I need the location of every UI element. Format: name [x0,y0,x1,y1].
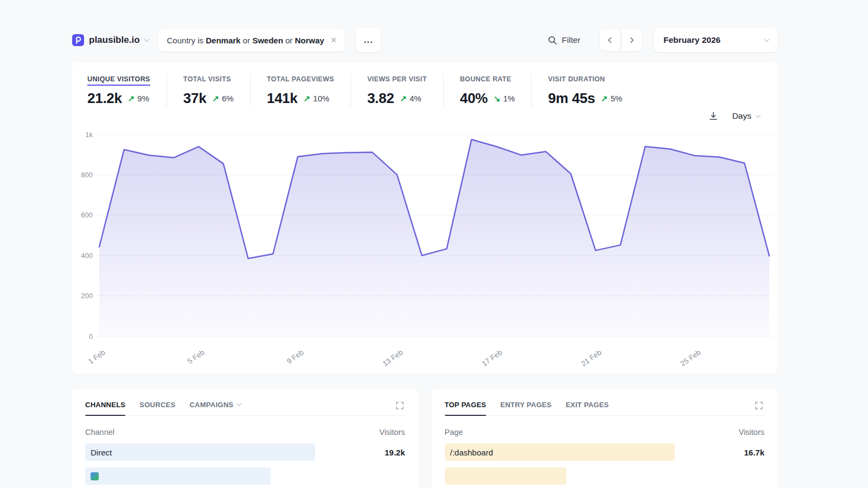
metric-label: TOTAL VISITS [183,75,231,86]
row-bar [85,467,271,485]
channels-card: CHANNELSSOURCESCAMPAIGNS Channel Visitor… [72,389,418,488]
tab-top-pages[interactable]: TOP PAGES [445,401,487,415]
site-name: plausible.io [89,35,140,46]
metric-value-row: 3.82↗4% [367,90,427,107]
filter-country-value: Sweden [252,36,283,45]
breakdown-section: CHANNELSSOURCESCAMPAIGNS Channel Visitor… [72,389,777,488]
expand-button[interactable] [754,400,764,413]
metric-change: 4% [410,94,422,103]
svg-text:600: 600 [81,211,93,219]
svg-text:200: 200 [81,292,93,300]
chevron-right-icon [628,37,634,43]
date-nav [600,29,642,51]
arrow-up-right-icon: ↗ [128,94,135,104]
table-row[interactable]: /:dashboard16.7k [445,444,765,461]
metric-bounce-rate[interactable]: BOUNCE RATE40%↘1% [443,74,532,107]
svg-text:21 Feb: 21 Feb [580,348,603,368]
date-range-label: February 2026 [663,35,720,45]
row-bar [445,467,566,485]
interval-label: Days [732,111,751,121]
row-bar: Direct [85,444,315,461]
metric-change: 1% [503,94,515,103]
filter-pill-text: Country is Denmark or Sweden or Norway [167,36,324,45]
filter-pill[interactable]: Country is Denmark or Sweden or Norway × [158,29,346,52]
pages-tabs: TOP PAGESENTRY PAGESEXIT PAGES [445,401,765,416]
tab-entry-pages[interactable]: ENTRY PAGES [500,401,551,415]
filter-text: or [283,36,295,45]
expand-button[interactable] [394,400,405,413]
metric-value-row: 40%↘1% [460,90,515,107]
column-value: Visitors [739,428,764,436]
visitors-chart[interactable]: 02004006008001k1 Feb5 Feb9 Feb13 Feb17 F… [72,62,777,374]
tab-label: TOP PAGES [445,401,487,409]
next-period-button[interactable] [622,29,642,51]
metric-change: 5% [610,94,622,103]
row-value: 16.7k [744,448,764,457]
arrow-up-right-icon: ↗ [400,94,407,104]
svg-text:1 Feb: 1 Feb [87,348,107,365]
metric-unique-visitors[interactable]: UNIQUE VISITORS21.2k↗9% [87,74,167,107]
metric-views-per-visit[interactable]: VIEWS PER VISIT3.82↗4% [350,74,443,107]
interval-dropdown[interactable]: Days [729,111,763,121]
table-header: Channel Visitors [85,428,405,436]
table-row[interactable] [85,467,405,485]
metrics-row: UNIQUE VISITORS21.2k↗9%TOTAL VISITS37k↗6… [72,62,777,107]
filter-search[interactable]: Filter [548,35,580,45]
chevron-down-icon [756,112,761,118]
tab-label: ENTRY PAGES [500,401,551,409]
svg-text:5 Feb: 5 Feb [186,348,206,365]
expand-icon [395,401,404,410]
site-selector[interactable]: plausible.io [72,34,149,46]
metric-label: BOUNCE RATE [460,75,512,86]
date-range-picker[interactable]: February 2026 [654,28,777,52]
svg-text:9 Feb: 9 Feb [285,348,305,365]
metric-total-pageviews[interactable]: TOTAL PAGEVIEWS141k↗10% [250,74,350,107]
analytics-card: UNIQUE VISITORS21.2k↗9%TOTAL VISITS37k↗6… [72,62,777,374]
channels-tabs: CHANNELSSOURCESCAMPAIGNS [85,401,405,416]
table-row[interactable]: Direct19.2k [85,444,405,461]
tab-channels[interactable]: CHANNELS [85,401,125,415]
chevron-down-icon [764,36,770,42]
column-value: Visitors [379,428,405,436]
metric-value: 3.82 [367,90,394,107]
chevron-down-icon [144,36,149,42]
metric-value: 21.2k [87,90,122,107]
tab-label: CAMPAIGNS [189,401,233,409]
table-row[interactable] [445,467,765,485]
chevron-left-icon [608,37,614,43]
filter-text: or [240,36,252,45]
metric-value-row: 9m 45s↗5% [548,90,622,107]
svg-text:400: 400 [81,252,93,260]
tab-sources[interactable]: SOURCES [139,401,175,415]
tab-exit-pages[interactable]: EXIT PAGES [566,401,609,415]
remove-filter-button[interactable]: × [330,35,338,45]
metric-change: 10% [313,94,329,103]
more-filters-button[interactable]: ... [356,28,381,52]
metric-value: 40% [460,90,488,107]
metric-value: 9m 45s [548,90,595,107]
prev-period-button[interactable] [600,29,620,51]
svg-text:13 Feb: 13 Feb [381,348,405,368]
filter-search-label: Filter [562,35,580,45]
tab-label: SOURCES [139,401,175,409]
metric-label: VIEWS PER VISIT [367,75,427,86]
metric-value-row: 37k↗6% [183,90,234,107]
column-label: Page [445,428,463,436]
table-header: Page Visitors [445,428,765,436]
filter-country-value: Denmark [206,36,240,45]
metric-label: TOTAL PAGEVIEWS [267,75,334,86]
pages-card: TOP PAGESENTRY PAGESEXIT PAGES Page Visi… [432,389,778,488]
metric-value-row: 21.2k↗9% [87,90,150,107]
plausible-logo-icon [72,34,84,46]
svg-text:25 Feb: 25 Feb [679,348,702,368]
download-icon [709,111,718,121]
arrow-up-right-icon: ↗ [212,94,219,104]
row-bar: /:dashboard [445,444,675,461]
metric-visit-duration[interactable]: VISIT DURATION9m 45s↗5% [531,74,639,107]
tab-campaigns[interactable]: CAMPAIGNS [189,401,241,415]
download-button[interactable] [707,110,719,122]
metric-total-visits[interactable]: TOTAL VISITS37k↗6% [167,74,250,107]
chevron-down-icon [237,401,242,407]
metric-label: VISIT DURATION [548,75,605,86]
arrow-down-right-icon: ↘ [494,94,501,104]
